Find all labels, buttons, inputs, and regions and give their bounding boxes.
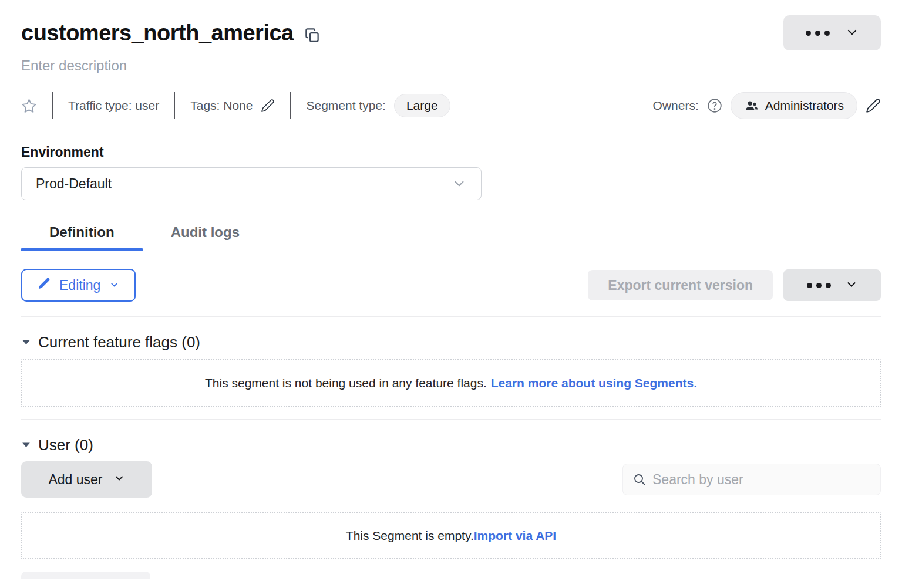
owners-value: Administrators [765,99,844,113]
tab-bar: Definition Audit logs [21,224,881,251]
user-heading: User (0) [38,436,93,454]
segment-type-label: Segment type: [306,99,385,113]
caret-down-icon [21,337,31,347]
environment-select[interactable]: Prod-Default [21,167,482,200]
edit-owners-pencil-icon[interactable] [866,98,881,113]
divider [52,92,53,119]
chevron-down-icon [452,176,467,191]
chevron-down-icon [845,278,858,293]
definition-toolbar: Editing Export current version [21,269,881,302]
chevron-down-icon [845,25,859,41]
tab-definition[interactable]: Definition [21,224,143,251]
environment-label: Environment [21,144,881,160]
feature-flags-heading: Current feature flags (0) [38,333,200,352]
editing-mode-button[interactable]: Editing [21,269,136,302]
search-icon [632,472,647,486]
group-icon [744,98,759,113]
export-current-version-button[interactable]: Export current version [588,270,773,300]
divider [290,92,291,119]
segment-type-badge: Large [394,94,450,117]
environment-selected-value: Prod-Default [36,176,112,192]
owners-label: Owners: [653,99,699,113]
divider [21,419,881,420]
tags-label: Tags: None [190,99,253,113]
feature-flags-empty-state: This segment is not being used in any fe… [21,359,881,407]
copy-icon[interactable] [304,27,320,43]
user-section-header[interactable]: User (0) [21,436,881,454]
import-via-api-link[interactable]: Import via API [474,529,556,542]
description-field[interactable]: Enter description [21,58,881,74]
user-actions-row: Add user [21,461,881,498]
toolbar-more-button[interactable] [783,269,881,301]
help-circle-icon[interactable] [707,98,722,113]
learn-more-link[interactable]: Learn more about using Segments. [491,376,697,390]
ellipsis-icon [807,283,831,288]
traffic-type-label: Traffic type: user [68,99,159,113]
pencil-filled-icon [38,277,51,293]
caret-down-icon [21,440,31,450]
header: customers_north_america [21,15,881,50]
add-user-button[interactable]: Add user [21,461,152,498]
search-by-user-field[interactable] [622,464,881,495]
feature-flags-empty-text: This segment is not being used in any fe… [205,376,487,390]
user-empty-text: This Segment is empty. [346,529,474,542]
owners-badge[interactable]: Administrators [731,92,857,119]
chevron-down-icon [113,472,125,488]
page-title: customers_north_america [21,15,294,50]
divider [174,92,175,119]
search-input[interactable] [652,472,871,488]
add-user-label: Add user [48,472,102,488]
segment-detail-page: customers_north_america Enter descriptio… [0,15,902,588]
chevron-down-icon [109,278,119,293]
header-more-button[interactable] [783,15,881,50]
meta-row: Traffic type: user Tags: None Segment ty… [21,92,881,120]
divider [21,316,881,317]
editing-label: Editing [59,278,100,293]
feature-flags-section-header[interactable]: Current feature flags (0) [21,333,881,352]
star-icon[interactable] [21,98,37,114]
user-empty-state: This Segment is empty.Import via API [21,512,881,559]
tab-audit-logs[interactable]: Audit logs [143,224,268,251]
partially-visible-element [21,572,150,579]
ellipsis-icon [806,31,830,36]
edit-tags-pencil-icon[interactable] [261,99,275,113]
